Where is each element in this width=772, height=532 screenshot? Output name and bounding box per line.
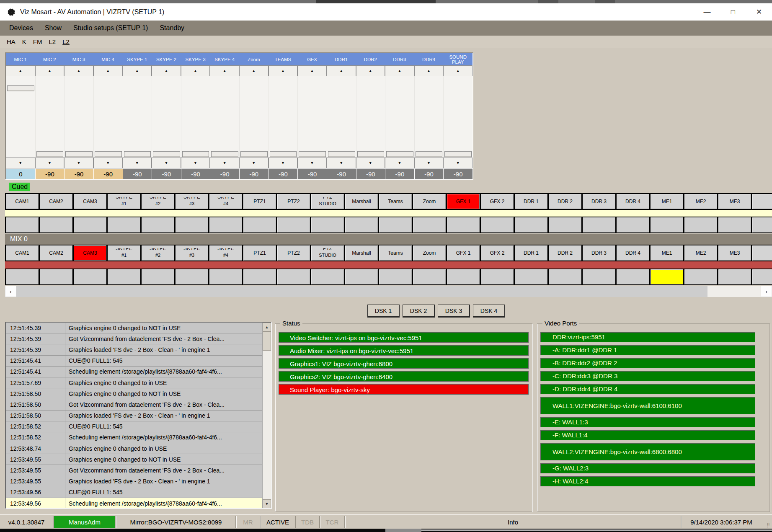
fader-down-button[interactable]: ▼ <box>64 158 93 168</box>
fader-handle[interactable] <box>270 151 297 157</box>
source-button-me3[interactable]: ME3 <box>718 245 751 261</box>
source-button-gfx-2[interactable]: GFX 2 <box>481 245 514 261</box>
bus-cell[interactable] <box>583 217 615 232</box>
bus-cell[interactable] <box>176 217 208 232</box>
bus-cell[interactable] <box>379 217 412 232</box>
resize-grip-icon[interactable]: ⡿ <box>761 515 772 529</box>
source-button-me1[interactable]: ME1 <box>651 194 683 209</box>
fader-track[interactable] <box>93 76 123 158</box>
maximize-button[interactable]: □ <box>720 3 746 21</box>
log-row[interactable]: 12:51:45.41CUE@0 FULL1: 545 <box>6 356 262 367</box>
toolbar-item-l2-3[interactable]: L2 <box>49 38 56 45</box>
bus-cell[interactable] <box>209 217 242 232</box>
menu-item-devices[interactable]: Devices <box>3 21 39 36</box>
bus-cell[interactable] <box>277 217 310 232</box>
bus-cell[interactable] <box>74 217 106 232</box>
bus-cell[interactable] <box>176 269 208 284</box>
dsk-button-dsk-2[interactable]: DSK 2 <box>403 305 435 318</box>
bus-cell[interactable] <box>311 269 344 284</box>
dsk-button-dsk-1[interactable]: DSK 1 <box>367 305 400 318</box>
fader-track[interactable] <box>123 76 152 158</box>
source-button-zoom[interactable]: Zoom <box>413 245 446 261</box>
fader-up-button[interactable]: ▲ <box>385 65 414 76</box>
fader-down-button[interactable]: ▼ <box>210 158 239 168</box>
source-button-cam1[interactable]: CAM1 <box>6 194 39 209</box>
fader-handle[interactable] <box>444 151 472 157</box>
bus-cell[interactable] <box>617 217 649 232</box>
bus-cell[interactable] <box>142 217 174 232</box>
source-button-ptz2[interactable]: PTZ2 <box>277 245 310 261</box>
source-button-cam3[interactable]: CAM3 <box>74 194 106 209</box>
source-button-skype--3[interactable]: SKYPE#3 <box>176 245 208 261</box>
fader-track[interactable] <box>356 76 385 158</box>
source-button-me2[interactable]: ME2 <box>684 194 717 209</box>
bus-cell[interactable] <box>718 217 751 232</box>
fader-down-button[interactable]: ▼ <box>239 158 269 168</box>
fader-track[interactable] <box>64 76 93 158</box>
fader-track[interactable] <box>35 76 65 158</box>
bus-cell[interactable] <box>40 217 72 232</box>
fader-up-button[interactable]: ▲ <box>35 65 65 76</box>
fader-down-button[interactable]: ▼ <box>356 158 385 168</box>
dsk-button-dsk-3[interactable]: DSK 3 <box>438 305 470 318</box>
fader-down-button[interactable]: ▼ <box>269 158 298 168</box>
bus-cell[interactable] <box>40 269 72 284</box>
fader-down-button[interactable]: ▼ <box>123 158 152 168</box>
fader-track[interactable] <box>443 76 472 158</box>
bus-cell[interactable] <box>311 217 344 232</box>
fader-handle[interactable] <box>299 151 326 157</box>
bus-cell[interactable] <box>583 269 615 284</box>
fader-handle[interactable] <box>65 151 93 157</box>
fader-down-button[interactable]: ▼ <box>152 158 181 168</box>
bus-cell[interactable] <box>277 269 310 284</box>
bus-cell[interactable] <box>345 269 378 284</box>
source-button-ptz1[interactable]: PTZ1 <box>243 245 276 261</box>
source-button-skype--3[interactable]: SKYPE#3 <box>176 194 208 209</box>
fader-handle[interactable] <box>7 85 34 91</box>
source-button-gfx-2[interactable]: GFX 2 <box>481 194 514 209</box>
source-button-ddr-2[interactable]: DDR 2 <box>549 245 581 261</box>
fader-down-button[interactable]: ▼ <box>35 158 65 168</box>
log-row[interactable]: 12:51:58.50Graphics loaded 'FS dve - 2 B… <box>6 411 262 421</box>
scroll-left-icon[interactable]: ‹ <box>5 286 16 297</box>
toolbar-item-l2-4[interactable]: L2 <box>62 38 70 45</box>
bus-cell[interactable] <box>108 217 140 232</box>
log-row[interactable]: 12:53:48.74Graphics engine 0 changed to … <box>6 443 262 454</box>
mix-highlight-cell[interactable] <box>651 269 683 284</box>
bus-cell[interactable] <box>549 217 581 232</box>
bus-cell[interactable] <box>481 269 514 284</box>
bus-cell[interactable] <box>108 269 140 284</box>
fader-up-button[interactable]: ▲ <box>6 65 35 76</box>
log-row[interactable]: 12:53:49.55Got Vizcommand from dataeleme… <box>6 465 262 476</box>
source-button-cam3[interactable]: CAM3 <box>74 245 106 261</box>
log-row[interactable]: 12:51:57.69Graphics engine 0 changed to … <box>6 377 262 388</box>
bus-cell[interactable] <box>481 217 514 232</box>
log-row[interactable]: 12:51:45.39Graphics loaded 'FS dve - 2 B… <box>6 344 262 355</box>
fader-handle[interactable] <box>357 151 385 157</box>
fader-track[interactable] <box>414 76 444 158</box>
fader-down-button[interactable]: ▼ <box>443 158 472 168</box>
toolbar-item-k-1[interactable]: K <box>22 38 26 45</box>
bus-cell[interactable] <box>617 269 649 284</box>
bus-cell[interactable] <box>651 217 683 232</box>
fader-handle[interactable] <box>182 151 209 157</box>
close-button[interactable]: ✕ <box>746 3 772 21</box>
log-row[interactable]: 12:53:49.56CUE@0 FULL1: 545 <box>6 487 262 498</box>
fader-up-button[interactable]: ▲ <box>414 65 444 76</box>
source-button-zoom[interactable]: Zoom <box>413 194 446 209</box>
fader-handle[interactable] <box>328 151 355 157</box>
bus-cell[interactable] <box>6 217 39 232</box>
bus-cell[interactable] <box>142 269 174 284</box>
source-button-partial[interactable] <box>752 245 772 261</box>
fader-down-button[interactable]: ▼ <box>414 158 444 168</box>
fader-down-button[interactable]: ▼ <box>327 158 356 168</box>
bus-cell[interactable] <box>413 217 446 232</box>
fader-track[interactable] <box>6 76 35 158</box>
fader-handle[interactable] <box>211 151 238 157</box>
bus-cell[interactable] <box>718 269 751 284</box>
log-row[interactable]: 12:53:49.55Graphics loaded 'FS dve - 2 B… <box>6 476 262 487</box>
bus-cell[interactable] <box>379 269 412 284</box>
scroll-right-icon[interactable]: › <box>761 286 772 297</box>
fader-up-button[interactable]: ▲ <box>443 65 472 76</box>
source-button-cam2[interactable]: CAM2 <box>40 245 72 261</box>
